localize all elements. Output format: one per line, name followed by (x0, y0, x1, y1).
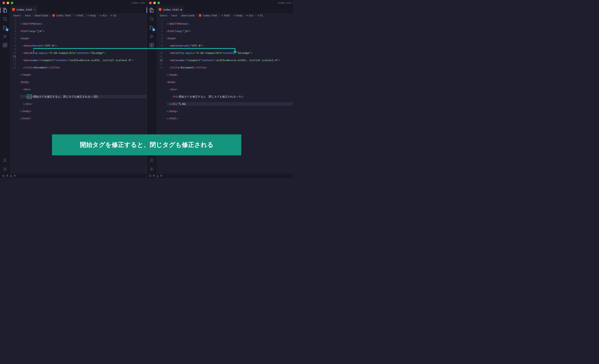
svg-rect-5 (3, 45, 5, 47)
statusbar-left[interactable]: 0 0 (0, 173, 146, 178)
html5-icon (12, 8, 15, 11)
svg-rect-15 (150, 43, 151, 45)
extensions-icon[interactable] (149, 43, 154, 48)
source-control-icon[interactable]: 1 (149, 25, 154, 30)
svg-point-9 (4, 169, 6, 170)
window-title: index.htm (131, 1, 145, 4)
svg-point-1 (3, 26, 4, 27)
svg-point-2 (3, 28, 4, 29)
error-count: 0 (153, 174, 155, 177)
breadcrumbs-left[interactable]: Users› test› Downloads› index.html› ⊘htm… (10, 13, 146, 18)
annotation-caption: 開始タグを修正すると、閉じタグも修正される (52, 134, 241, 155)
svg-point-14 (152, 27, 153, 28)
svg-point-3 (6, 27, 7, 28)
svg-rect-17 (152, 45, 153, 47)
error-icon (149, 175, 151, 177)
modified-dot-icon[interactable]: ● (180, 8, 182, 11)
warning-count: 0 (160, 174, 162, 177)
search-icon[interactable] (149, 16, 154, 22)
scm-badge: 1 (152, 28, 155, 31)
window-minimize-icon[interactable] (153, 2, 156, 4)
error-count: 0 (7, 174, 8, 177)
window-close-icon[interactable] (149, 2, 152, 4)
warning-icon (9, 175, 12, 177)
annotation-highlight: h2 (27, 94, 32, 99)
account-icon[interactable] (149, 158, 154, 163)
titlebar-left: index.htm (0, 0, 146, 6)
html5-icon (199, 14, 201, 17)
account-icon[interactable] (2, 158, 8, 163)
debug-icon[interactable] (149, 34, 154, 39)
debug-icon[interactable] (2, 34, 8, 39)
statusbar-right[interactable]: 0 0 (147, 173, 293, 178)
source-control-icon[interactable]: 1 (2, 25, 8, 30)
settings-icon[interactable] (2, 166, 8, 172)
warning-count: 0 (14, 174, 15, 177)
explorer-icon[interactable] (149, 8, 154, 13)
tabs-left: index.html × (10, 6, 146, 13)
svg-rect-16 (150, 45, 151, 47)
titlebar-right: index.htm (147, 0, 293, 6)
svg-point-20 (151, 169, 152, 170)
search-icon[interactable] (2, 16, 8, 22)
close-icon[interactable]: × (34, 8, 35, 11)
svg-point-0 (3, 17, 6, 20)
svg-point-11 (150, 17, 153, 20)
svg-rect-18 (152, 43, 154, 45)
svg-rect-4 (3, 43, 5, 45)
svg-point-12 (150, 26, 151, 27)
tab-index-html[interactable]: index.html × (10, 6, 38, 13)
warning-icon (156, 175, 159, 177)
error-icon (2, 175, 5, 177)
svg-point-13 (150, 28, 151, 29)
tab-label: index.html (163, 8, 179, 11)
window-title: index.htm (278, 1, 291, 4)
window-maximize-icon[interactable] (158, 2, 160, 4)
line-gutter: 1234567891011121314 (10, 18, 20, 173)
breadcrumbs-right[interactable]: Users› test› Downloads› index.html› ⊘htm… (157, 13, 293, 18)
svg-rect-7 (5, 43, 7, 45)
wrench-icon: 🔧 (178, 102, 182, 106)
window-close-icon[interactable] (2, 2, 5, 4)
settings-icon[interactable] (149, 166, 154, 172)
window-minimize-icon[interactable] (7, 2, 9, 4)
tab-label: index.html (16, 8, 32, 11)
extensions-icon[interactable] (2, 43, 8, 48)
window-maximize-icon[interactable] (11, 2, 13, 4)
emmet-hint: h1 (182, 102, 186, 106)
activity-bar-left: 1 (0, 6, 10, 173)
explorer-icon[interactable] (2, 8, 8, 13)
tabs-right: index.html ● (157, 6, 293, 13)
svg-point-8 (4, 159, 6, 160)
svg-rect-6 (5, 45, 7, 47)
svg-point-19 (151, 159, 152, 160)
html5-icon (53, 14, 55, 17)
scm-badge: 1 (6, 28, 9, 31)
tab-index-html[interactable]: index.html ● (157, 6, 185, 13)
html5-icon (159, 8, 162, 11)
